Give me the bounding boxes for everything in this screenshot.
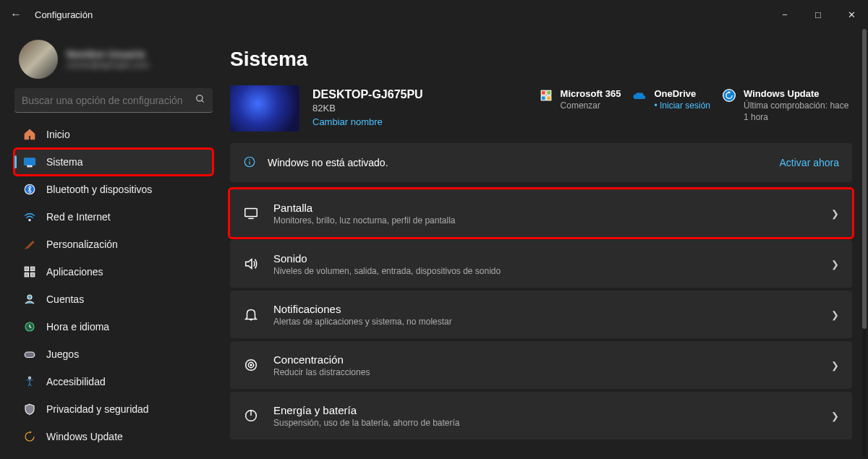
- sidebar-item-label: Hora e idioma: [46, 321, 109, 333]
- chevron-right-icon: ❯: [831, 411, 839, 421]
- card-energia[interactable]: Energía y batería Suspensión, uso de la …: [230, 392, 852, 439]
- card-title: Sonido: [273, 252, 817, 265]
- card-notificaciones[interactable]: Notificaciones Alertas de aplicaciones y…: [230, 291, 852, 338]
- sidebar-item-privacidad[interactable]: Privacidad y seguridad: [14, 396, 213, 422]
- svg-rect-9: [31, 273, 35, 277]
- svg-point-5: [29, 219, 30, 220]
- card-title: Energía y batería: [273, 404, 817, 416]
- cloud-update[interactable]: Windows Update Última comprobación: hace…: [722, 88, 852, 123]
- sidebar-item-bluetooth[interactable]: Bluetooth y dispositivos: [14, 176, 213, 202]
- focus-icon: [243, 357, 259, 373]
- accounts-icon: [23, 293, 36, 306]
- m365-icon: [539, 88, 553, 103]
- card-title: Notificaciones: [273, 303, 817, 315]
- svg-point-13: [29, 377, 31, 379]
- cloud-m365[interactable]: Microsoft 365 Comenzar: [539, 88, 621, 123]
- chevron-right-icon: ❯: [831, 309, 839, 320]
- search-box[interactable]: [14, 88, 213, 113]
- update-icon: [23, 430, 36, 443]
- sidebar-item-label: Personalización: [46, 239, 118, 250]
- titlebar: ← Configuración − □ ✕: [0, 0, 868, 29]
- cloud-onedrive[interactable]: OneDrive Iniciar sesión: [632, 88, 710, 123]
- svg-point-21: [249, 159, 250, 160]
- sidebar-item-label: Red e Internet: [46, 211, 111, 223]
- svg-point-24: [246, 360, 257, 371]
- sidebar: Nombre Usuario correo@ejemplo.com Inicio…: [4, 29, 218, 459]
- search-icon: [195, 94, 205, 106]
- chevron-right-icon: ❯: [831, 259, 839, 270]
- card-title: Concentración: [273, 353, 817, 366]
- svg-rect-22: [245, 209, 258, 217]
- activation-banner: Windows no está activado. Activar ahora: [230, 143, 852, 182]
- sidebar-item-hora[interactable]: Hora e idioma: [14, 314, 213, 340]
- winupdate-icon: [722, 88, 736, 103]
- page-heading: Sistema: [230, 48, 852, 71]
- svg-point-0: [197, 95, 203, 101]
- sidebar-item-personalizacion[interactable]: Personalización: [14, 231, 213, 257]
- minimize-button[interactable]: −: [768, 0, 801, 29]
- svg-rect-6: [25, 267, 28, 270]
- m365-title: Microsoft 365: [561, 88, 621, 99]
- bluetooth-icon: [23, 183, 36, 196]
- scrollbar[interactable]: [862, 29, 867, 458]
- sidebar-item-label: Bluetooth y dispositivos: [46, 184, 152, 195]
- card-sub: Monitores, brillo, luz nocturna, perfil …: [273, 215, 817, 226]
- sidebar-item-inicio[interactable]: Inicio: [14, 121, 213, 147]
- svg-line-1: [202, 100, 204, 103]
- svg-point-10: [27, 295, 32, 299]
- close-button[interactable]: ✕: [835, 0, 868, 29]
- back-button[interactable]: ←: [10, 8, 22, 21]
- shield-icon: [23, 403, 36, 416]
- svg-rect-8: [25, 273, 28, 277]
- winupdate-title: Windows Update: [744, 88, 852, 99]
- chevron-right-icon: ❯: [831, 360, 839, 371]
- content-area: Sistema DESKTOP-GJ675PU 82KB Cambiar nom…: [218, 29, 868, 459]
- display-icon: [243, 205, 259, 221]
- sidebar-item-label: Windows Update: [46, 431, 123, 442]
- profile-name: Nombre Usuario: [67, 48, 149, 60]
- svg-point-25: [248, 362, 253, 367]
- system-icon: [23, 155, 36, 168]
- sidebar-item-juegos[interactable]: Juegos: [14, 341, 213, 367]
- card-concentracion[interactable]: Concentración Reducir las distracciones …: [230, 341, 852, 389]
- power-icon: [243, 408, 259, 424]
- svg-point-18: [723, 90, 736, 102]
- sidebar-item-label: Cuentas: [46, 293, 84, 305]
- sidebar-item-sistema[interactable]: Sistema: [14, 149, 213, 175]
- device-thumbnail: [230, 85, 299, 132]
- winupdate-sub: Última comprobación: hace 1 hora: [744, 100, 852, 123]
- card-sub: Reducir las distracciones: [273, 367, 817, 377]
- card-sub: Niveles de volumen, salida, entrada, dis…: [273, 266, 817, 276]
- device-row: DESKTOP-GJ675PU 82KB Cambiar nombre Micr…: [230, 85, 852, 132]
- activation-action[interactable]: Activar ahora: [780, 157, 839, 168]
- device-name: DESKTOP-GJ675PU: [312, 88, 450, 101]
- sidebar-item-label: Accesibilidad: [46, 376, 106, 387]
- chevron-right-icon: ❯: [831, 208, 839, 219]
- sidebar-item-cuentas[interactable]: Cuentas: [14, 286, 213, 312]
- svg-rect-7: [31, 267, 35, 270]
- home-icon: [23, 128, 36, 141]
- onedrive-sub[interactable]: Iniciar sesión: [654, 100, 710, 112]
- maximize-button[interactable]: □: [801, 0, 835, 29]
- scrollbar-thumb[interactable]: [862, 29, 867, 329]
- wifi-icon: [23, 210, 36, 223]
- sidebar-item-aplicaciones[interactable]: Aplicaciones: [14, 259, 213, 285]
- rename-link[interactable]: Cambiar nombre: [312, 116, 450, 127]
- search-input[interactable]: [22, 95, 190, 106]
- app-title: Configuración: [35, 9, 93, 20]
- m365-sub: Comenzar: [561, 100, 621, 112]
- sidebar-item-label: Aplicaciones: [46, 266, 103, 278]
- card-pantalla[interactable]: Pantalla Monitores, brillo, luz nocturna…: [230, 189, 852, 237]
- apps-icon: [23, 265, 36, 278]
- sidebar-item-red[interactable]: Red e Internet: [14, 204, 213, 230]
- sound-icon: [243, 256, 259, 272]
- svg-rect-12: [25, 352, 35, 358]
- profile-email: correo@ejemplo.com: [67, 60, 149, 70]
- profile-block[interactable]: Nombre Usuario correo@ejemplo.com: [14, 33, 213, 85]
- svg-rect-3: [27, 166, 32, 167]
- sidebar-item-accesibilidad[interactable]: Accesibilidad: [14, 369, 213, 395]
- sidebar-item-label: Privacidad y seguridad: [46, 403, 149, 415]
- sidebar-item-update[interactable]: Windows Update: [14, 424, 213, 450]
- device-size: 82KB: [312, 103, 450, 113]
- card-sonido[interactable]: Sonido Niveles de volumen, salida, entra…: [230, 240, 852, 288]
